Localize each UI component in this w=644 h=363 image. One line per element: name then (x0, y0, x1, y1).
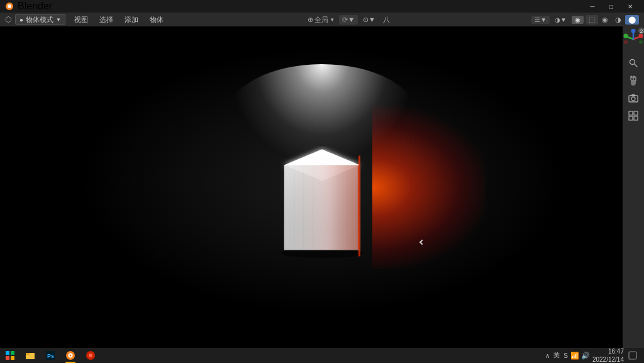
taskbar-file-explorer[interactable] (20, 348, 40, 363)
right-panel: 2 (623, 26, 644, 348)
clock-time: 16:47 (592, 347, 624, 355)
cube-3d (259, 121, 385, 259)
tray-icons: ∧ 英 S (545, 351, 568, 360)
grid-button[interactable] (626, 108, 641, 123)
svg-line-26 (635, 64, 637, 67)
svg-point-24 (639, 40, 643, 44)
volume-icon[interactable]: 🔊 (581, 352, 590, 360)
mode-icon: ● (19, 16, 23, 23)
mode-dropdown[interactable]: ● 物体模式 ▼ (15, 14, 65, 25)
svg-point-46 (89, 354, 92, 357)
taskbar-photoshop[interactable]: Ps (40, 348, 60, 363)
svg-rect-33 (634, 116, 638, 120)
notification-button[interactable] (626, 349, 639, 362)
start-button[interactable] (0, 348, 20, 363)
blender-icon (5, 2, 14, 11)
tray-extra[interactable]: S (564, 352, 568, 359)
toolbar-icon-shading2[interactable]: ◉ (572, 16, 584, 24)
svg-rect-31 (634, 111, 638, 115)
svg-rect-29 (631, 94, 635, 96)
svg-point-22 (631, 29, 636, 33)
toolbar-icon-snap[interactable]: 八 (380, 14, 392, 25)
maximize-button[interactable]: □ (602, 0, 620, 13)
system-tray: ∧ 英 S 📶 🔊 16:47 2022/12/14 (545, 347, 644, 363)
svg-rect-32 (629, 116, 633, 120)
menu-object[interactable]: 物体 (145, 14, 169, 26)
svg-rect-47 (629, 352, 636, 359)
title-bar: Blender ─ □ ✕ (0, 0, 644, 13)
dropdown-arrow-icon: ▼ (56, 17, 61, 23)
taskbar-blender[interactable] (60, 348, 80, 363)
render-btn[interactable]: ⬤ (625, 15, 639, 25)
toolbar-icon-shading[interactable]: ◑▼ (552, 16, 570, 24)
menu-items: 视图 选择 添加 物体 (69, 14, 169, 26)
taskbar: Ps ∧ 英 S 📶 🔊 (0, 348, 644, 363)
svg-point-20 (624, 34, 628, 38)
tray-lang[interactable]: 英 (553, 351, 560, 360)
title-bar-left: Blender (5, 1, 52, 12)
clock-date: 2022/12/14 (592, 355, 624, 363)
shading-modes: ⬚ ◉ ◑ ⬤ (586, 15, 639, 25)
center-toolbar: ⊕ 全局 ▼ ⟳▼ ⊙▼ 八 (303, 14, 395, 25)
system-clock[interactable]: 16:47 2022/12/14 (592, 347, 624, 363)
toolbar-icon-global[interactable]: ⊕ 全局 ▼ (305, 14, 337, 25)
taskbar-other-app[interactable] (80, 348, 101, 363)
svg-rect-37 (11, 356, 14, 360)
svg-point-25 (630, 60, 635, 65)
menu-view[interactable]: 视图 (69, 14, 93, 26)
app-title: Blender (18, 1, 52, 12)
svg-text:Ps: Ps (47, 353, 54, 359)
svg-point-1 (8, 4, 11, 8)
menu-add[interactable]: 添加 (119, 14, 143, 26)
svg-point-18 (639, 34, 643, 38)
menu-bar: ⬡ ● 物体模式 ▼ 视图 选择 添加 物体 ⊕ 全局 ▼ ⟳▼ ⊙▼ 八 ☰▼… (0, 13, 644, 26)
toolbar-icon-pivot[interactable]: ⊙▼ (360, 15, 379, 25)
window-controls: ─ □ ✕ (584, 0, 639, 13)
svg-rect-39 (26, 353, 30, 355)
svg-rect-36 (6, 356, 9, 360)
svg-rect-35 (11, 351, 14, 355)
viewport-gizmo[interactable]: 2 (623, 29, 643, 49)
wireframe-btn[interactable]: ⬚ (586, 15, 598, 25)
pan-button[interactable] (626, 73, 641, 88)
editor-type-icon[interactable]: ⬡ (3, 15, 14, 24)
solid-btn[interactable]: ◉ (599, 15, 611, 25)
gizmo-badge: 2 (638, 28, 644, 34)
minimize-button[interactable]: ─ (584, 0, 601, 13)
network-icon[interactable]: 📶 (570, 352, 579, 360)
right-toolbar: ☰▼ ◑▼ ◉ ⬚ ◉ ◑ ⬤ (529, 15, 641, 25)
viewport-3d[interactable] (0, 26, 644, 348)
svg-point-44 (70, 355, 72, 357)
toolbar-icon-transform[interactable]: ⟳▼ (339, 15, 358, 25)
material-btn[interactable]: ◑ (612, 15, 625, 25)
svg-rect-15 (284, 165, 360, 250)
search-button[interactable] (626, 55, 641, 70)
close-button[interactable]: ✕ (621, 0, 639, 13)
taskbar-apps: Ps (20, 348, 101, 363)
menu-select[interactable]: 选择 (94, 14, 118, 26)
tray-arrow[interactable]: ∧ (545, 352, 550, 359)
toolbar-icon-overlay[interactable]: ☰▼ (531, 16, 550, 24)
svg-rect-30 (629, 111, 633, 115)
camera-button[interactable] (626, 91, 641, 106)
svg-point-23 (624, 40, 628, 44)
tray-system-icons: 📶 🔊 (570, 352, 590, 360)
svg-rect-34 (6, 351, 9, 355)
mode-label: 物体模式 (26, 15, 53, 25)
svg-point-28 (631, 97, 635, 101)
